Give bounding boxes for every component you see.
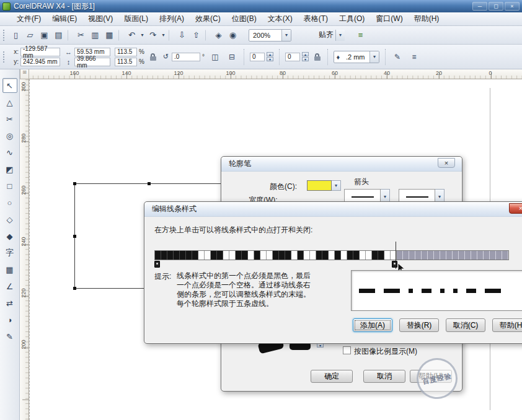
- freehand-tool[interactable]: ∿: [2, 145, 17, 160]
- pattern-cell[interactable]: [279, 251, 285, 260]
- pattern-cell[interactable]: [254, 251, 260, 260]
- ellipse-tool[interactable]: ○: [2, 195, 17, 210]
- pattern-cell[interactable]: [248, 251, 254, 260]
- pattern-cell[interactable]: [453, 251, 459, 260]
- menu-item[interactable]: 文本(X): [262, 12, 298, 26]
- replace-button[interactable]: 替换(R): [399, 318, 439, 332]
- spin-up-icon[interactable]: [267, 52, 273, 56]
- pattern-cell[interactable]: [440, 251, 446, 260]
- toolbar-grip[interactable]: [3, 51, 6, 63]
- pattern-cell[interactable]: [180, 251, 186, 260]
- pattern-cell[interactable]: [496, 251, 502, 260]
- import-icon[interactable]: ⇩: [175, 28, 189, 42]
- basic-shapes-tool[interactable]: ◆: [2, 229, 17, 243]
- pattern-cell[interactable]: [298, 251, 304, 260]
- pattern-cell[interactable]: [484, 251, 490, 260]
- maximize-button[interactable]: [489, 2, 503, 11]
- pattern-cell[interactable]: [459, 251, 465, 260]
- save-icon[interactable]: ▣: [37, 28, 51, 42]
- lock-ratio-icon[interactable]: [149, 48, 157, 66]
- add-button[interactable]: 添加(A): [353, 318, 392, 332]
- polygon-tool[interactable]: ◇: [2, 212, 17, 227]
- pattern-end-handle[interactable]: [392, 261, 397, 268]
- pattern-cell[interactable]: [471, 251, 477, 260]
- ok-button[interactable]: 确定: [311, 370, 353, 383]
- cancel-button[interactable]: 取消(C): [446, 318, 485, 332]
- crop-tool[interactable]: ✂: [2, 112, 17, 126]
- pattern-cell[interactable]: [161, 251, 167, 260]
- redo-dropdown-icon[interactable]: ▾: [160, 28, 167, 42]
- pattern-cell[interactable]: [335, 251, 341, 260]
- pattern-cell[interactable]: [174, 251, 180, 260]
- object-height-input[interactable]: 39.866 mm: [74, 58, 110, 66]
- pattern-cell[interactable]: [372, 251, 378, 260]
- pattern-cell[interactable]: [428, 251, 434, 260]
- mirror-horizontal-icon[interactable]: [209, 51, 221, 63]
- menu-item[interactable]: 帮助(H): [409, 12, 445, 26]
- scale-x-input[interactable]: 113.5: [115, 48, 137, 56]
- rotation-angle-input[interactable]: .0: [172, 53, 200, 61]
- alignment-icon[interactable]: [408, 51, 420, 63]
- scale-with-image-checkbox[interactable]: [343, 346, 351, 354]
- menu-item[interactable]: 位图(B): [226, 12, 262, 26]
- eyedropper-tool[interactable]: ✎: [2, 329, 17, 344]
- pick-tool[interactable]: ↖: [2, 78, 17, 93]
- pattern-cell[interactable]: [360, 251, 366, 260]
- dimension-tool[interactable]: ∠: [2, 279, 17, 294]
- export-icon[interactable]: ⇧: [189, 28, 203, 42]
- open-icon[interactable]: ▱: [23, 28, 37, 42]
- pattern-cell[interactable]: [316, 251, 322, 260]
- close-icon[interactable]: [509, 203, 522, 214]
- pattern-cell[interactable]: [242, 251, 248, 260]
- outline-width-select[interactable]: .2 mm ▾: [334, 51, 379, 63]
- selection-handle[interactable]: [73, 182, 76, 185]
- menu-item[interactable]: 文件(F): [11, 12, 46, 26]
- pattern-cell[interactable]: [310, 251, 316, 260]
- chevron-down-icon[interactable]: ▾: [332, 180, 341, 191]
- smart-fill-tool[interactable]: ◩: [2, 162, 17, 177]
- y-position-input[interactable]: 242.945 mm: [20, 58, 60, 66]
- redo-icon[interactable]: ↷: [146, 28, 160, 42]
- spin-down-icon[interactable]: [317, 343, 324, 348]
- menu-item[interactable]: 视图(V): [82, 12, 118, 26]
- minimize-button[interactable]: [472, 2, 487, 11]
- new-document-icon[interactable]: ▯: [9, 28, 23, 42]
- pattern-cell[interactable]: [477, 251, 484, 260]
- undo-dropdown-icon[interactable]: ▾: [139, 28, 146, 42]
- undo-icon[interactable]: ↶: [125, 28, 139, 42]
- pattern-cell[interactable]: [186, 251, 192, 260]
- spin-up-icon[interactable]: [302, 52, 309, 56]
- menu-item[interactable]: 版面(L): [118, 12, 154, 26]
- pattern-cell[interactable]: [192, 251, 198, 260]
- shape-tool[interactable]: △: [2, 95, 17, 110]
- pattern-cell[interactable]: [267, 251, 273, 260]
- spin-down-icon[interactable]: [302, 57, 309, 61]
- text-tool[interactable]: 字: [2, 245, 17, 260]
- menu-item[interactable]: 编辑(E): [46, 12, 82, 26]
- pattern-cell[interactable]: [378, 251, 384, 260]
- dialog-title-bar[interactable]: 编辑线条样式: [144, 202, 522, 217]
- pattern-cell[interactable]: [260, 251, 267, 260]
- table-tool[interactable]: ▦: [2, 262, 17, 277]
- selection-handle[interactable]: [73, 287, 76, 290]
- toolbar-grip[interactable]: [3, 30, 6, 41]
- pattern-cell[interactable]: [446, 251, 453, 260]
- cut-icon[interactable]: ✂: [74, 28, 88, 42]
- color-swatch-yellow[interactable]: [307, 180, 332, 191]
- pattern-cell[interactable]: [205, 251, 211, 260]
- pattern-cell[interactable]: [502, 251, 508, 260]
- color-picker-dropdown[interactable]: ▾: [307, 180, 341, 191]
- pattern-cell[interactable]: [229, 251, 236, 260]
- cancel-button[interactable]: 取消: [363, 370, 405, 383]
- pattern-cell[interactable]: [285, 251, 291, 260]
- spin-down-icon[interactable]: [267, 57, 273, 61]
- pattern-cell[interactable]: [397, 251, 403, 260]
- zoom-tool[interactable]: ◎: [2, 128, 17, 143]
- blend-tool[interactable]: ◑: [2, 312, 17, 327]
- pattern-cell[interactable]: [347, 251, 353, 260]
- pattern-cell[interactable]: [236, 251, 242, 260]
- text-format-icon[interactable]: ✎: [391, 51, 404, 63]
- pattern-cell[interactable]: [155, 251, 161, 260]
- x-position-input[interactable]: -129.587 mm: [20, 48, 60, 56]
- title-bar[interactable]: CorelDRAW X4 - [图形1]: [0, 0, 522, 12]
